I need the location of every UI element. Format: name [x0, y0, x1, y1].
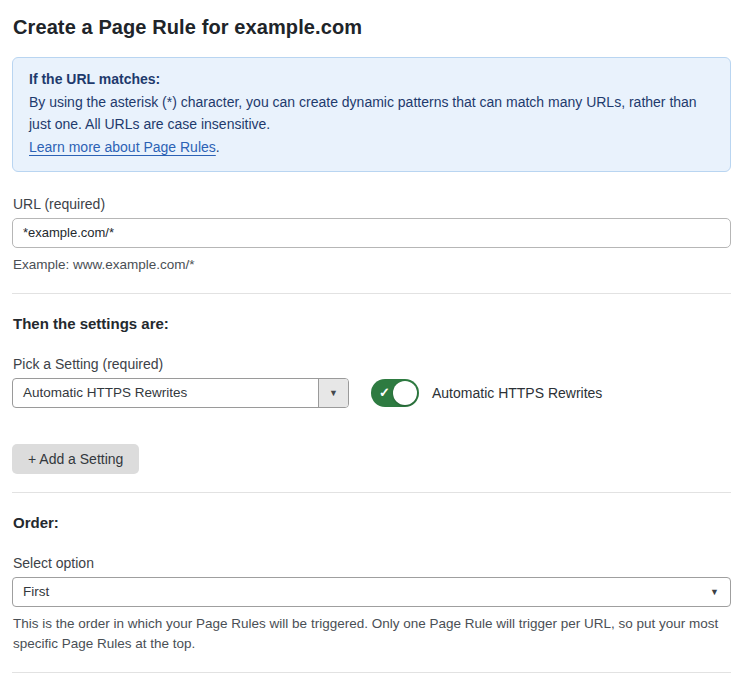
url-input[interactable] — [12, 218, 731, 248]
setting-row: Automatic HTTPS Rewrites ▼ ✓ Automatic H… — [12, 378, 731, 408]
setting-toggle[interactable]: ✓ — [371, 379, 419, 407]
info-box-heading: If the URL matches: — [29, 68, 714, 91]
order-select[interactable]: First ▼ — [12, 577, 731, 607]
setting-select[interactable]: Automatic HTTPS Rewrites ▼ — [12, 378, 349, 408]
pick-setting-label: Pick a Setting (required) — [13, 356, 731, 372]
order-helper-text: This is the order in which your Page Rul… — [13, 614, 731, 655]
divider — [12, 492, 731, 493]
chevron-down-icon: ▼ — [329, 388, 338, 398]
link-suffix: . — [216, 139, 220, 155]
settings-section-heading: Then the settings are: — [13, 315, 731, 332]
add-setting-button[interactable]: + Add a Setting — [12, 444, 139, 474]
setting-select-value: Automatic HTTPS Rewrites — [13, 379, 318, 407]
toggle-label: Automatic HTTPS Rewrites — [432, 385, 602, 401]
page-title: Create a Page Rule for example.com — [13, 16, 731, 39]
url-matches-info-box: If the URL matches: By using the asteris… — [12, 57, 731, 172]
url-field-label: URL (required) — [13, 196, 731, 212]
divider — [12, 293, 731, 294]
divider — [12, 672, 731, 673]
order-section-heading: Order: — [13, 514, 731, 531]
order-select-label: Select option — [13, 555, 731, 571]
info-box-body: By using the asterisk (*) character, you… — [29, 94, 697, 133]
toggle-knob — [393, 381, 417, 405]
learn-more-link[interactable]: Learn more about Page Rules — [29, 139, 216, 155]
chevron-down-icon: ▼ — [699, 578, 730, 606]
order-select-value: First — [13, 578, 699, 606]
checkmark-icon: ✓ — [379, 385, 390, 400]
page-rule-form: Create a Page Rule for example.com If th… — [0, 0, 743, 686]
setting-select-arrow-button[interactable]: ▼ — [318, 379, 348, 407]
url-example-helper: Example: www.example.com/* — [13, 255, 731, 275]
